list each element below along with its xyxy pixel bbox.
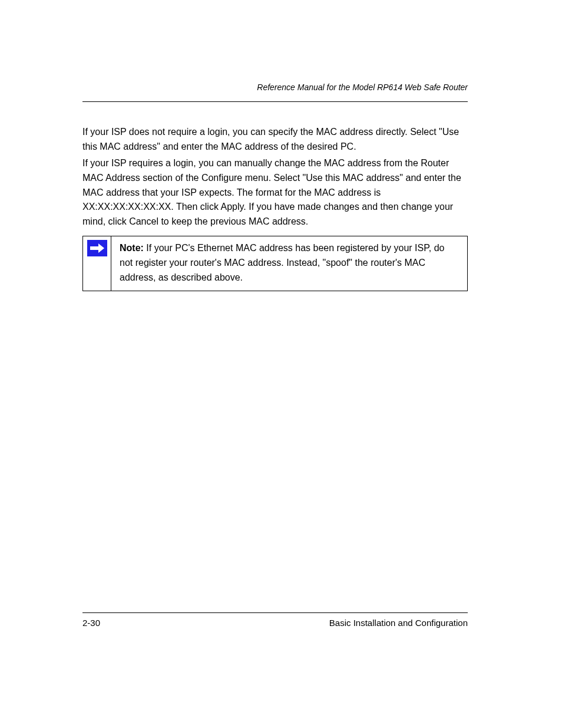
- paragraph-mac-no-login: If your ISP does not require a login, yo…: [82, 125, 468, 154]
- note-label: Note:: [120, 243, 144, 253]
- svg-rect-0: [90, 246, 98, 250]
- note-callout: Note: If your PC's Ethernet MAC address …: [82, 236, 468, 291]
- arrow-right-icon: [87, 240, 107, 256]
- note-text: Note: If your PC's Ethernet MAC address …: [111, 236, 467, 291]
- note-icon-cell: [83, 236, 111, 291]
- svg-marker-1: [98, 243, 104, 253]
- paragraph-mac-with-login: If your ISP requires a login, you can ma…: [82, 156, 468, 229]
- header-rule: [82, 101, 468, 102]
- note-body: If your PC's Ethernet MAC address has be…: [120, 243, 444, 282]
- footer-rule: [82, 612, 468, 613]
- chapter-title: Basic Installation and Configuration: [329, 618, 468, 628]
- header-model-line: Reference Manual for the Model RP614 Web…: [82, 83, 468, 92]
- page-number: 2-30: [82, 618, 100, 628]
